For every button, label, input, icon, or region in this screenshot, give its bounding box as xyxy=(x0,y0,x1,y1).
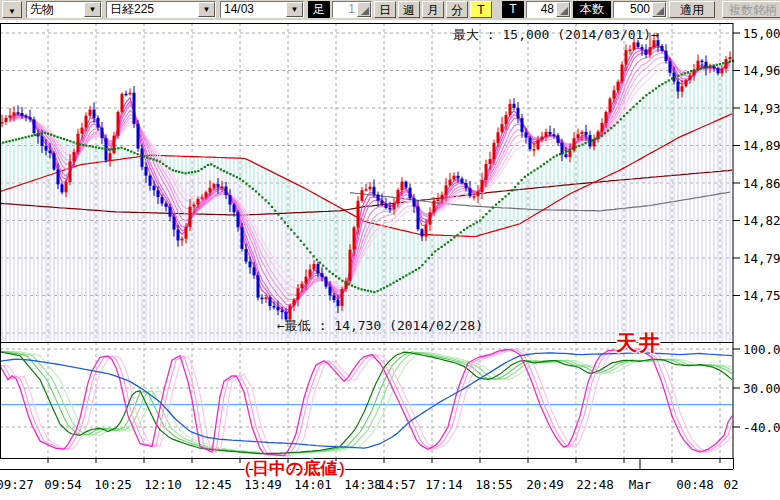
svg-text:12:10: 12:10 xyxy=(144,477,182,492)
svg-text:100.00: 100.00 xyxy=(743,342,780,357)
svg-text:14,790: 14,790 xyxy=(743,251,780,266)
svg-text:15,000: 15,000 xyxy=(743,26,780,41)
min-price-annotation: ←最低 : 14,730 (2014/02/28) xyxy=(277,317,483,335)
svg-text:00:48: 00:48 xyxy=(676,477,714,492)
svg-text:Mar: Mar xyxy=(629,477,652,492)
ceiling-annotation: 天井 xyxy=(616,329,662,357)
max-price-annotation: 最大 : 15,000 (2014/03/01)→ xyxy=(453,26,659,44)
svg-text:-40.00: -40.00 xyxy=(743,420,780,435)
svg-text:14:57: 14:57 xyxy=(378,477,416,492)
svg-text:09:54: 09:54 xyxy=(44,477,82,492)
chart-canvas[interactable]: 15,00014,96514,93014,89514,86014,82514,7… xyxy=(0,0,780,500)
svg-text:14,895: 14,895 xyxy=(743,138,780,153)
svg-text:14,860: 14,860 xyxy=(743,176,780,191)
svg-text:12:45: 12:45 xyxy=(194,477,232,492)
svg-text:20:49: 20:49 xyxy=(526,477,564,492)
svg-text:22:48: 22:48 xyxy=(576,477,614,492)
time-axis: 09:2709:5410:2512:1012:4513:4914:0114:38… xyxy=(0,477,739,492)
svg-text:10:25: 10:25 xyxy=(94,477,132,492)
svg-text:30.00: 30.00 xyxy=(743,381,780,396)
trading-app: { "toolbar": { "dropdown_arrow": "▼", "i… xyxy=(0,0,780,500)
svg-text:18:55: 18:55 xyxy=(475,477,513,492)
svg-text:09:27: 09:27 xyxy=(0,477,34,492)
svg-text:17:14: 17:14 xyxy=(425,477,463,492)
svg-text:02: 02 xyxy=(723,477,738,492)
svg-text:14,825: 14,825 xyxy=(743,213,780,228)
svg-text:14,755: 14,755 xyxy=(743,288,780,303)
svg-text:14,930: 14,930 xyxy=(743,101,780,116)
intraday-bottom-annotation: （日中の底値） xyxy=(235,457,354,480)
svg-text:14,965: 14,965 xyxy=(743,63,780,78)
